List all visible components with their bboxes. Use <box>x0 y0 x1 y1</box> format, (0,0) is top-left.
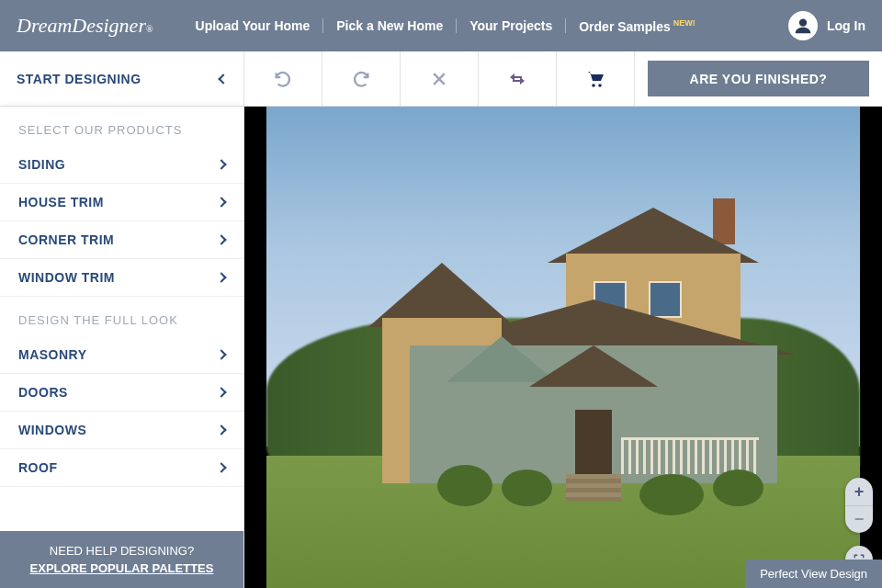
are-you-finished-button[interactable]: ARE YOU FINISHED? <box>648 61 869 96</box>
canvas-house <box>382 208 768 492</box>
canvas-bush <box>713 469 763 506</box>
nav-your-projects[interactable]: Your Projects <box>457 18 565 33</box>
new-badge: NEW! <box>673 18 695 28</box>
undo-button[interactable] <box>244 51 322 106</box>
svg-point-1 <box>592 84 595 87</box>
zoom-control: + − <box>845 478 873 533</box>
sidebar-item-masonry[interactable]: MASONRY <box>0 336 243 374</box>
sidebar-item-label: MASONRY <box>18 347 87 362</box>
svg-point-2 <box>598 84 602 87</box>
sidebar-item-label: CORNER TRIM <box>18 232 114 247</box>
redo-button[interactable] <box>322 51 401 106</box>
sidebar: SELECT OUR PRODUCTS SIDING HOUSE TRIM CO… <box>0 107 244 588</box>
sidebar-item-roof[interactable]: ROOF <box>0 449 243 487</box>
logo-part2: Designer <box>72 14 146 38</box>
section-header-products: SELECT OUR PRODUCTS <box>0 107 243 146</box>
sidebar-item-siding[interactable]: SIDING <box>0 146 243 184</box>
nav-pick-home[interactable]: Pick a New Home <box>323 18 456 33</box>
design-canvas[interactable]: + − Perfect View Design <box>244 107 882 588</box>
chevron-right-icon <box>216 197 226 207</box>
section-header-full-look: DESIGN THE FULL LOOK <box>0 297 243 336</box>
cart-button[interactable] <box>557 51 635 106</box>
sidebar-item-label: WINDOW TRIM <box>18 270 115 285</box>
sidebar-item-window-trim[interactable]: WINDOW TRIM <box>0 259 243 297</box>
zoom-in-button[interactable]: + <box>845 478 873 505</box>
sidebar-item-label: ROOF <box>18 460 57 475</box>
house-steps <box>566 474 621 502</box>
start-designing-label: START DESIGNING <box>17 72 141 86</box>
sidebar-item-label: HOUSE TRIM <box>18 195 104 209</box>
swap-button[interactable] <box>479 51 557 106</box>
toolbar: START DESIGNING ARE YOU FINISHED? <box>0 51 882 107</box>
sidebar-item-doors[interactable]: DOORS <box>0 374 243 412</box>
sidebar-item-house-trim[interactable]: HOUSE TRIM <box>0 184 243 221</box>
sidebar-item-label: DOORS <box>18 385 68 400</box>
content-area: SELECT OUR PRODUCTS SIDING HOUSE TRIM CO… <box>0 107 882 588</box>
top-nav: Upload Your Home Pick a New Home Your Pr… <box>183 18 788 34</box>
canvas-bush <box>437 465 492 506</box>
sidebar-item-windows[interactable]: WINDOWS <box>0 412 243 449</box>
house-door <box>575 410 612 474</box>
chevron-left-icon <box>218 74 228 84</box>
chevron-right-icon <box>216 387 226 397</box>
zoom-out-button[interactable]: − <box>845 505 873 533</box>
chevron-right-icon <box>216 234 226 244</box>
sidebar-item-corner-trim[interactable]: CORNER TRIM <box>0 221 243 259</box>
nav-upload-home[interactable]: Upload Your Home <box>183 18 323 33</box>
nav-order-samples-label: Order Samples <box>579 18 671 33</box>
login-button[interactable]: Log In <box>827 18 865 33</box>
help-box: NEED HELP DESIGNING? EXPLORE POPULAR PAL… <box>0 531 243 588</box>
sidebar-item-label: SIDING <box>18 157 65 172</box>
app-logo[interactable]: DreamDesigner® <box>17 14 153 38</box>
sidebar-item-label: WINDOWS <box>18 423 86 437</box>
explore-palettes-link[interactable]: EXPLORE POPULAR PALETTES <box>18 561 225 575</box>
nav-order-samples[interactable]: Order SamplesNEW! <box>566 18 708 34</box>
chevron-right-icon <box>216 159 226 169</box>
chevron-right-icon <box>216 462 226 472</box>
sidebar-spacer <box>0 487 243 531</box>
help-question: NEED HELP DESIGNING? <box>18 544 225 558</box>
canvas-bush <box>502 469 552 506</box>
canvas-bush <box>639 474 704 515</box>
chevron-right-icon <box>216 349 226 359</box>
header-bar: DreamDesigner® Upload Your Home Pick a N… <box>0 0 882 51</box>
chevron-right-icon <box>216 424 226 435</box>
house-porch-roof <box>529 345 658 387</box>
perfect-view-design-button[interactable]: Perfect View Design <box>745 560 882 588</box>
close-button[interactable] <box>401 51 479 106</box>
logo-registered: ® <box>146 24 153 34</box>
svg-point-0 <box>799 19 807 27</box>
start-designing-header[interactable]: START DESIGNING <box>0 51 244 106</box>
logo-part1: Dream <box>17 14 72 38</box>
avatar-icon[interactable] <box>788 11 818 40</box>
chevron-right-icon <box>216 272 226 282</box>
house-railing <box>621 437 759 474</box>
